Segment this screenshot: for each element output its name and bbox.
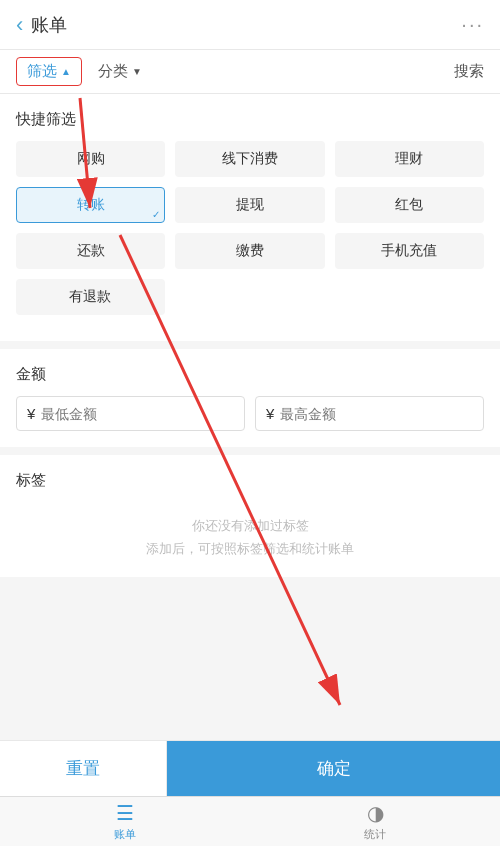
chip-jiaofei[interactable]: 缴费 xyxy=(175,233,324,269)
bottom-bar: 重置 确定 xyxy=(0,740,500,796)
chip-row-3: 还款 缴费 手机充值 xyxy=(16,233,484,269)
nav-label-stats: 统计 xyxy=(364,827,386,842)
tag-section: 标签 你还没有添加过标签 添加后，可按照标签筛选和统计账单 xyxy=(0,455,500,577)
bottom-nav: ☰ 账单 ◑ 统计 xyxy=(0,796,500,846)
chip-huankuan[interactable]: 还款 xyxy=(16,233,165,269)
quick-filter-section: 快捷筛选 网购 线下消费 理财 转账 提现 红包 还款 缴费 手机充值 有退款 xyxy=(0,94,500,341)
chip-shouji[interactable]: 手机充值 xyxy=(335,233,484,269)
category-arrow-icon: ▼ xyxy=(132,66,142,77)
confirm-button[interactable]: 确定 xyxy=(167,741,500,796)
bills-icon: ☰ xyxy=(116,801,134,825)
nav-item-stats[interactable]: ◑ 统计 xyxy=(250,797,500,846)
tag-placeholder: 你还没有添加过标签 添加后，可按照标签筛选和统计账单 xyxy=(16,514,484,561)
tag-placeholder-line1: 你还没有添加过标签 xyxy=(16,514,484,537)
main-content: 快捷筛选 网购 线下消费 理财 转账 提现 红包 还款 缴费 手机充值 有退款 … xyxy=(0,94,500,740)
stats-icon: ◑ xyxy=(367,801,384,825)
more-button[interactable]: ··· xyxy=(461,13,484,36)
chip-wangou[interactable]: 网购 xyxy=(16,141,165,177)
chip-licai[interactable]: 理财 xyxy=(335,141,484,177)
amount-section: 金额 ¥ ¥ xyxy=(0,349,500,447)
max-amount-input[interactable] xyxy=(280,406,473,422)
tag-placeholder-line2: 添加后，可按照标签筛选和统计账单 xyxy=(16,537,484,560)
amount-inputs: ¥ ¥ xyxy=(16,396,484,431)
chip-tixian[interactable]: 提现 xyxy=(175,187,324,223)
yuan-sign-max: ¥ xyxy=(266,405,274,422)
nav-item-bills[interactable]: ☰ 账单 xyxy=(0,797,250,846)
reset-button[interactable]: 重置 xyxy=(0,741,167,796)
chip-xianxia[interactable]: 线下消费 xyxy=(175,141,324,177)
min-amount-wrap: ¥ xyxy=(16,396,245,431)
min-amount-input[interactable] xyxy=(41,406,234,422)
nav-label-bills: 账单 xyxy=(114,827,136,842)
search-button[interactable]: 搜索 xyxy=(454,62,484,81)
amount-title: 金额 xyxy=(16,365,484,384)
header: ‹ 账单 ··· xyxy=(0,0,500,50)
filter-arrow-icon: ▲ xyxy=(61,66,71,77)
tag-title: 标签 xyxy=(16,471,484,490)
header-left: ‹ 账单 xyxy=(16,12,67,38)
chip-hongbao[interactable]: 红包 xyxy=(335,187,484,223)
page-title: 账单 xyxy=(31,13,67,37)
category-label: 分类 xyxy=(98,62,128,81)
back-button[interactable]: ‹ xyxy=(16,12,23,38)
filter-button[interactable]: 筛选 ▲ xyxy=(16,57,82,86)
yuan-sign-min: ¥ xyxy=(27,405,35,422)
chip-youtuikuan[interactable]: 有退款 xyxy=(16,279,165,315)
category-button[interactable]: 分类 ▼ xyxy=(82,58,158,85)
chip-row-1: 网购 线下消费 理财 xyxy=(16,141,484,177)
chip-row-2: 转账 提现 红包 xyxy=(16,187,484,223)
chip-zhuanzhang[interactable]: 转账 xyxy=(16,187,165,223)
filter-label: 筛选 xyxy=(27,62,57,81)
quick-filter-title: 快捷筛选 xyxy=(16,110,484,129)
chip-row-4: 有退款 xyxy=(16,279,484,315)
filter-bar: 筛选 ▲ 分类 ▼ 搜索 xyxy=(0,50,500,94)
max-amount-wrap: ¥ xyxy=(255,396,484,431)
